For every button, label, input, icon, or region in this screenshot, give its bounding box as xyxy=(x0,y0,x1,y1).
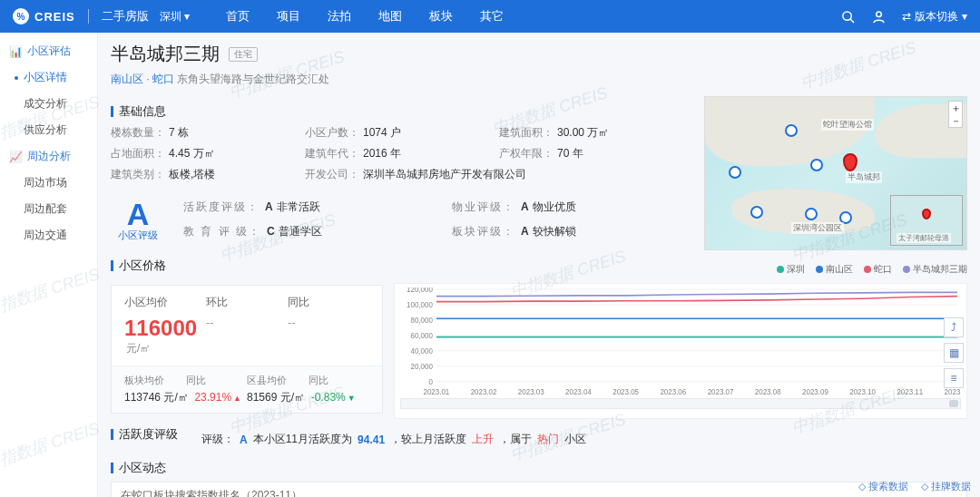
chevron-down-icon: ▾ xyxy=(184,10,190,23)
svg-text:2023.05: 2023.05 xyxy=(612,388,639,396)
breadcrumb-subdistrict[interactable]: 蛇口 xyxy=(152,73,174,85)
svg-text:60,000: 60,000 xyxy=(411,332,434,340)
price-card: 小区均价 116000元/㎡ 环比 -- 同比 -- xyxy=(111,285,383,414)
logo-text: CREIS xyxy=(34,10,75,24)
breadcrumb-address: 东角头望海路与金世纪路交汇处 xyxy=(177,73,329,85)
price-trend-chart[interactable]: 020,00040,00060,00080,000100,000120,0002… xyxy=(394,283,967,419)
map-label: 蛇叶望海公馆 xyxy=(821,119,874,131)
location-map[interactable]: 蛇叶望海公馆 半岛城邦 深圳湾公园区 ＋－ 太子湾邮轮母港 xyxy=(704,96,967,250)
nav-other[interactable]: 其它 xyxy=(480,8,504,24)
tool-grid-icon[interactable]: ▦ xyxy=(944,343,964,363)
svg-text:2023.08: 2023.08 xyxy=(755,388,781,396)
breadcrumb-district[interactable]: 南山区 xyxy=(111,73,143,85)
legend-item[interactable]: 南山区 xyxy=(816,263,853,276)
map-pin-icon[interactable] xyxy=(805,208,818,220)
dynamic-item[interactable]: 在蛇口板块搜索指数排名（2023-11） xyxy=(111,482,967,497)
main-content: 半岛城邦三期 住宅 南山区 · 蛇口 东角头望海路与金世纪路交汇处 基础信息 楼… xyxy=(98,33,980,497)
info-bldg-count: 楼栋数量：7 栋 xyxy=(111,125,305,141)
nav-block[interactable]: 板块 xyxy=(429,8,453,24)
info-hh-count: 小区户数：1074 户 xyxy=(305,125,499,141)
sidebar-item-detail[interactable]: 小区详情 xyxy=(0,64,97,91)
sidebar-group-label: 周边分析 xyxy=(27,149,71,164)
price-avg-label: 小区均价 xyxy=(124,295,206,310)
version-switch-label: 版本切换 xyxy=(915,9,958,24)
search-icon[interactable] xyxy=(840,9,855,24)
breadcrumb: 南山区 · 蛇口 东角头望海路与金世纪路交汇处 xyxy=(111,72,967,87)
sidebar-item-traffic[interactable]: 周边交通 xyxy=(0,222,97,248)
info-build-year: 建筑年代：2016 年 xyxy=(305,146,499,161)
block-price-yoy: 23.91% xyxy=(194,391,241,404)
svg-point-2 xyxy=(876,11,881,16)
district-price-value: 81569 元/㎡ xyxy=(247,391,305,404)
rating-activity: 活跃度评级：A非常活跃 xyxy=(183,200,425,215)
map-pin-icon[interactable] xyxy=(810,159,823,171)
svg-text:40,000: 40,000 xyxy=(411,347,434,356)
legend-dot-icon xyxy=(903,266,910,273)
map-marker-icon xyxy=(922,209,931,219)
block-price-value: 113746 元/㎡ xyxy=(124,391,189,404)
footer-link-search[interactable]: ◇ 搜索数据 xyxy=(858,480,908,493)
svg-text:2023.02: 2023.02 xyxy=(471,388,497,396)
city-selector-label: 深圳 xyxy=(160,9,181,24)
version-switch[interactable]: ⇄ 版本切换 ▾ xyxy=(902,9,967,24)
nav-home[interactable]: 首页 xyxy=(226,8,250,24)
city-selector[interactable]: 深圳 ▾ xyxy=(160,9,190,24)
rating-block: 板块评级：A较快解锁 xyxy=(452,224,693,239)
svg-text:2023.10: 2023.10 xyxy=(849,388,876,396)
sidebar-item-deal[interactable]: 成交分析 xyxy=(0,91,97,117)
chevron-down-icon: ▾ xyxy=(962,10,967,23)
chart-time-scrollbar[interactable] xyxy=(400,398,961,409)
map-marker-icon[interactable] xyxy=(843,153,858,171)
section-basic-title: 基础信息 xyxy=(111,103,693,120)
chart-icon: 📈 xyxy=(9,151,23,163)
svg-text:2023.06: 2023.06 xyxy=(660,388,686,396)
svg-text:80,000: 80,000 xyxy=(411,317,434,325)
user-icon[interactable] xyxy=(871,9,886,24)
svg-text:2023.09: 2023.09 xyxy=(802,388,828,396)
sidebar-item-support[interactable]: 周边配套 xyxy=(0,196,97,222)
legend-item[interactable]: 蛇口 xyxy=(864,263,892,276)
price-yoy-value: -- xyxy=(288,316,369,329)
map-pin-icon[interactable] xyxy=(785,124,798,137)
sidebar-item-market[interactable]: 周边市场 xyxy=(0,170,97,196)
info-tenure: 产权年限：70 年 xyxy=(499,146,693,161)
divider xyxy=(88,9,89,24)
nav-project[interactable]: 项目 xyxy=(277,8,300,24)
svg-text:2023.03: 2023.03 xyxy=(518,388,544,396)
sidebar-group-surrounding[interactable]: 📈 周边分析 xyxy=(0,143,97,170)
price-unit: 元/㎡ xyxy=(126,342,151,355)
page-title: 半岛城邦三期 xyxy=(111,42,220,66)
legend-dot-icon xyxy=(864,266,871,273)
svg-text:2023.11: 2023.11 xyxy=(897,388,923,396)
rating-row: A 小区评级 活跃度评级：A非常活跃 物业评级：A物业优质 教 育 评 级：C普… xyxy=(111,191,693,248)
info-gfa: 建筑面积：30.00 万㎡ xyxy=(499,125,693,141)
nav-map[interactable]: 地图 xyxy=(378,8,402,24)
tool-list-icon[interactable]: ≡ xyxy=(944,368,964,388)
tool-share-icon[interactable]: ⤴ xyxy=(944,317,964,337)
chart-icon: 📊 xyxy=(9,45,23,58)
sidebar-item-supply[interactable]: 供应分析 xyxy=(0,117,97,143)
footer-links: ◇ 搜索数据 ◇ 挂牌数据 xyxy=(858,480,971,493)
map-pin-icon[interactable] xyxy=(729,166,741,179)
legend-item[interactable]: 半岛城邦三期 xyxy=(903,263,967,276)
svg-point-0 xyxy=(842,11,850,19)
price-mom-label: 环比 xyxy=(206,295,288,310)
activity-score: 94.41 xyxy=(358,434,385,446)
district-price-yoy: -0.83% xyxy=(311,391,356,404)
map-pin-icon[interactable] xyxy=(750,206,763,219)
map-zoom-controls[interactable]: ＋－ xyxy=(948,101,963,128)
section-dynamic-title: 小区动态 xyxy=(111,460,967,476)
top-nav: 首页 项目 法拍 地图 板块 其它 xyxy=(226,8,504,24)
sidebar-group-community[interactable]: 📊 小区评估 xyxy=(0,38,97,64)
mini-map[interactable]: 太子湾邮轮母港 xyxy=(890,195,963,246)
district-price: 区县均价 同比 81569 元/㎡ -0.83% xyxy=(247,374,369,405)
footer-link-listing[interactable]: ◇ 挂牌数据 xyxy=(921,480,971,493)
info-developer: 开发公司：深圳半岛城邦房地产开发有限公司 xyxy=(305,167,693,182)
legend-dot-icon xyxy=(777,266,784,273)
logo-block: % CREIS 二手房版 xyxy=(13,8,149,24)
nav-auction[interactable]: 法拍 xyxy=(328,8,351,24)
basic-info-grid: 楼栋数量：7 栋 小区户数：1074 户 建筑面积：30.00 万㎡ 占地面积：… xyxy=(111,125,693,182)
scrollbar-knob[interactable] xyxy=(949,400,958,407)
price-mom-value: -- xyxy=(206,316,288,329)
legend-item[interactable]: 深圳 xyxy=(777,263,805,276)
